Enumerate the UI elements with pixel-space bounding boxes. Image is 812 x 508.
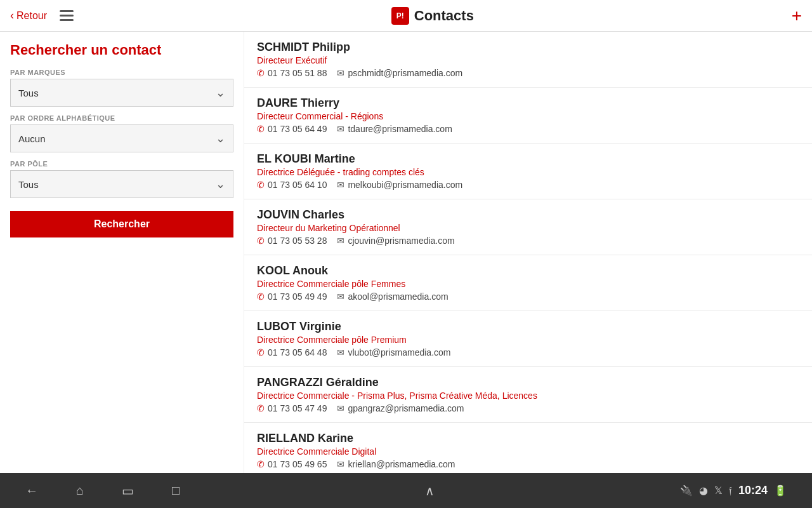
- email-address: akool@prismamedia.com: [348, 291, 448, 302]
- contact-info: ✆ 01 73 05 49 49 ✉ akool@prismamedia.com: [257, 291, 799, 302]
- email-icon: ✉: [337, 124, 344, 134]
- email-address: kriellan@prismamedia.com: [348, 459, 455, 469]
- contact-email: ✉ kriellan@prismamedia.com: [337, 459, 455, 469]
- status-icons: 🔌 ◕ 𝕏 𝔣 10:24 🔋: [680, 484, 787, 497]
- contact-title: Directrice Commerciale pôle Premium: [257, 335, 799, 345]
- email-icon: ✉: [337, 291, 344, 302]
- home-icon[interactable]: ⌂: [76, 483, 84, 498]
- top-center: P! Contacts: [391, 7, 474, 25]
- contact-email: ✉ cjouvin@prismamedia.com: [337, 236, 454, 246]
- back-label: Retour: [16, 10, 47, 22]
- email-icon: ✉: [337, 459, 344, 469]
- contact-item[interactable]: RIELLAND Karine Directrice Commerciale D…: [244, 423, 812, 473]
- contact-name: LUBOT Virginie: [257, 320, 799, 333]
- email-icon: ✉: [337, 68, 344, 78]
- contact-item[interactable]: PANGRAZZI Géraldine Directrice Commercia…: [244, 367, 812, 423]
- page-title: Rechercher un contact: [10, 42, 233, 58]
- contact-item[interactable]: SCHMIDT Philipp Directeur Exécutif ✆ 01 …: [244, 32, 812, 88]
- up-arrow-icon[interactable]: ∧: [425, 483, 435, 498]
- screenshot-icon[interactable]: □: [172, 483, 180, 498]
- phone-number: 01 73 05 64 49: [268, 124, 327, 134]
- contact-email: ✉ akool@prismamedia.com: [337, 291, 448, 302]
- contact-email: ✉ melkoubi@prismamedia.com: [337, 180, 462, 190]
- facebook-icon: 𝔣: [729, 485, 732, 497]
- android-icon: ◕: [699, 485, 708, 497]
- filter-ordre-label: PAR ORDRE ALPHABÉTIQUE: [10, 114, 233, 122]
- email-icon: ✉: [337, 347, 344, 358]
- contact-title: Directeur Commercial - Régions: [257, 111, 799, 121]
- app-logo: P!: [391, 7, 409, 25]
- filter-marques: PAR MARQUES Tous ⌄: [10, 69, 233, 107]
- back-button[interactable]: ‹ Retour: [10, 9, 47, 22]
- contact-item[interactable]: DAURE Thierry Directeur Commercial - Rég…: [244, 88, 812, 144]
- bottom-center: ∧: [180, 483, 680, 498]
- back-nav-icon[interactable]: ←: [25, 483, 38, 498]
- contact-item[interactable]: EL KOUBI Martine Directrice Déléguée - t…: [244, 144, 812, 199]
- phone-icon: ✆: [257, 180, 265, 190]
- clock: 10:24: [738, 484, 768, 497]
- contact-name: KOOL Anouk: [257, 264, 799, 277]
- left-panel: Rechercher un contact PAR MARQUES Tous ⌄…: [0, 32, 244, 473]
- contact-name: JOUVIN Charles: [257, 208, 799, 222]
- contact-name: SCHMIDT Philipp: [257, 41, 799, 54]
- filter-marques-label: PAR MARQUES: [10, 69, 233, 76]
- main-content: Rechercher un contact PAR MARQUES Tous ⌄…: [0, 32, 812, 473]
- filter-ordre-select[interactable]: Aucun ⌄: [10, 124, 233, 152]
- back-arrow-icon: ‹: [10, 9, 14, 22]
- contact-email: ✉ pschmidt@prismamedia.com: [337, 68, 462, 78]
- recent-apps-icon[interactable]: ▭: [122, 483, 134, 498]
- phone-icon: ✆: [257, 124, 265, 134]
- contact-item[interactable]: JOUVIN Charles Directeur du Marketing Op…: [244, 199, 812, 255]
- battery-icon: 🔋: [774, 485, 787, 497]
- filter-pole-value: Tous: [18, 179, 39, 190]
- phone-icon: ✆: [257, 236, 265, 246]
- contact-phone: ✆ 01 73 05 64 10: [257, 180, 327, 190]
- phone-number: 01 73 05 51 88: [268, 68, 327, 78]
- filter-pole-select[interactable]: Tous ⌄: [10, 170, 233, 198]
- contacts-list: SCHMIDT Philipp Directeur Exécutif ✆ 01 …: [244, 32, 812, 473]
- contact-name: RIELLAND Karine: [257, 432, 799, 445]
- contact-info: ✆ 01 73 05 51 88 ✉ pschmidt@prismamedia.…: [257, 68, 799, 78]
- filter-ordre: PAR ORDRE ALPHABÉTIQUE Aucun ⌄: [10, 114, 233, 152]
- chevron-down-icon-3: ⌄: [216, 177, 225, 191]
- email-address: cjouvin@prismamedia.com: [348, 236, 454, 246]
- phone-number: 01 73 05 47 49: [268, 403, 327, 413]
- add-contact-button[interactable]: +: [792, 7, 802, 25]
- menu-button[interactable]: [60, 10, 74, 21]
- contact-info: ✆ 01 73 05 47 49 ✉ gpangraz@prismamedia.…: [257, 403, 799, 413]
- email-address: vlubot@prismamedia.com: [348, 347, 450, 358]
- contact-item[interactable]: LUBOT Virginie Directrice Commerciale pô…: [244, 311, 812, 367]
- contact-name: DAURE Thierry: [257, 97, 799, 110]
- chevron-down-icon: ⌄: [216, 86, 225, 100]
- contact-title: Directeur du Marketing Opérationnel: [257, 223, 799, 233]
- filter-marques-select[interactable]: Tous ⌄: [10, 79, 233, 107]
- phone-number: 01 73 05 64 10: [268, 180, 327, 190]
- chevron-down-icon-2: ⌄: [216, 131, 225, 145]
- phone-number: 01 73 05 49 49: [268, 291, 327, 302]
- top-bar: ‹ Retour P! Contacts +: [0, 0, 812, 32]
- contact-title: Directrice Commerciale Digital: [257, 446, 799, 457]
- phone-icon: ✆: [257, 347, 265, 358]
- phone-number: 01 73 05 53 28: [268, 236, 327, 246]
- contact-title: Directrice Commerciale pôle Femmes: [257, 279, 799, 289]
- email-address: tdaure@prismamedia.com: [348, 124, 452, 134]
- contact-item[interactable]: KOOL Anouk Directrice Commerciale pôle F…: [244, 255, 812, 311]
- bottom-nav-left: ← ⌂ ▭ □: [25, 483, 180, 498]
- contact-name: EL KOUBI Martine: [257, 152, 799, 166]
- search-button[interactable]: Rechercher: [10, 211, 233, 237]
- contact-email: ✉ vlubot@prismamedia.com: [337, 347, 450, 358]
- bottom-bar: ← ⌂ ▭ □ ∧ 🔌 ◕ 𝕏 𝔣 10:24 🔋: [0, 473, 812, 508]
- email-address: gpangraz@prismamedia.com: [348, 403, 464, 413]
- top-bar-left: ‹ Retour: [10, 9, 74, 22]
- email-address: melkoubi@prismamedia.com: [348, 180, 462, 190]
- contact-phone: ✆ 01 73 05 64 49: [257, 124, 327, 134]
- phone-icon: ✆: [257, 403, 265, 413]
- contact-phone: ✆ 01 73 05 51 88: [257, 68, 327, 78]
- filter-pole: PAR PÔLE Tous ⌄: [10, 160, 233, 198]
- filter-pole-label: PAR PÔLE: [10, 160, 233, 168]
- contact-title: Directrice Commerciale - Prisma Plus, Pr…: [257, 391, 799, 401]
- filter-marques-value: Tous: [18, 88, 39, 98]
- app-title: Contacts: [414, 8, 474, 24]
- contact-phone: ✆ 01 73 05 49 49: [257, 291, 327, 302]
- contact-info: ✆ 01 73 05 49 65 ✉ kriellan@prismamedia.…: [257, 459, 799, 469]
